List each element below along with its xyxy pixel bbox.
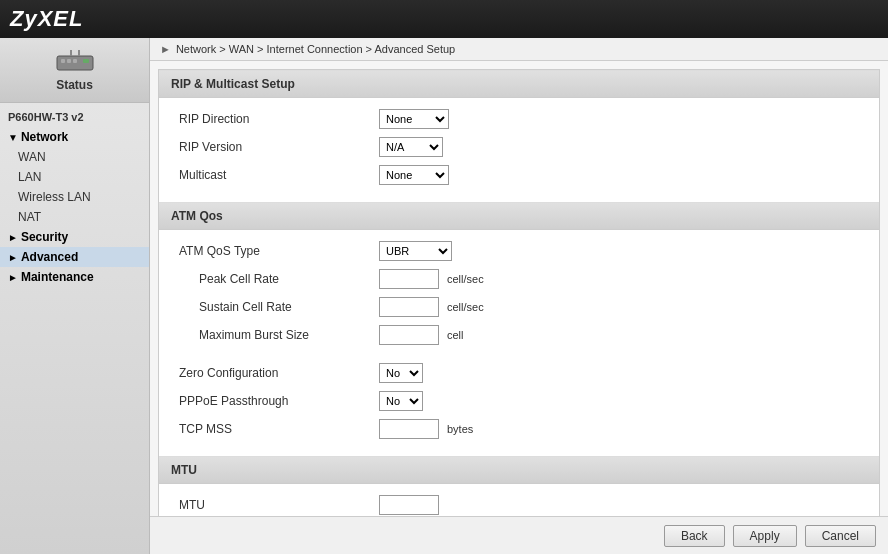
rip-direction-row: RIP Direction None Both In Only Out Only <box>179 108 859 130</box>
sidebar-item-lan[interactable]: LAN <box>0 167 149 187</box>
device-label: P660HW-T3 v2 <box>0 103 149 127</box>
breadcrumb-path: Network > WAN > Internet Connection > Ad… <box>176 43 455 55</box>
sidebar-item-advanced[interactable]: ► Advanced <box>0 247 149 267</box>
multicast-row: Multicast None IGMP-v1 IGMP-v2 <box>179 164 859 186</box>
rip-direction-label: RIP Direction <box>179 112 379 126</box>
main-content: RIP & Multicast Setup RIP Direction None… <box>150 61 888 554</box>
sidebar-item-maintenance[interactable]: ► Maintenance <box>0 267 149 287</box>
button-bar: Back Apply Cancel <box>150 516 888 554</box>
rip-multicast-header: RIP & Multicast Setup <box>159 70 879 98</box>
breadcrumb: ► Network > WAN > Internet Connection > … <box>150 38 888 61</box>
rip-direction-select[interactable]: None Both In Only Out Only <box>379 109 449 129</box>
router-icon <box>55 48 95 76</box>
pppoe-passthrough-row: PPPoE Passthrough No Yes <box>179 390 859 412</box>
content-area: RIP & Multicast Setup RIP Direction None… <box>158 69 880 543</box>
atm-qos-type-row: ATM QoS Type UBR CBR VBR-nRT VBR-RT <box>179 240 859 262</box>
main-layout: Status P660HW-T3 v2 ▼ Network WAN LAN Wi… <box>0 38 888 554</box>
pppoe-passthrough-control: No Yes <box>379 391 423 411</box>
multicast-select[interactable]: None IGMP-v1 IGMP-v2 <box>379 165 449 185</box>
peak-cell-rate-row: Peak Cell Rate 0 cell/sec <box>179 268 859 290</box>
cancel-button[interactable]: Cancel <box>805 525 876 547</box>
sidebar-item-security[interactable]: ► Security <box>0 227 149 247</box>
sustain-cell-rate-control: 0 cell/sec <box>379 297 484 317</box>
zero-config-select[interactable]: No Yes <box>379 363 423 383</box>
sidebar-item-nat[interactable]: NAT <box>0 207 149 227</box>
expand-icon-security: ► <box>8 232 18 243</box>
rip-version-control: N/A RIP-1 RIP-2B RIP-2M <box>379 137 443 157</box>
tcp-mss-row: TCP MSS 1452 bytes <box>179 418 859 440</box>
atm-qos-form: ATM QoS Type UBR CBR VBR-nRT VBR-RT Peak… <box>159 230 879 456</box>
max-burst-size-unit: cell <box>447 329 464 341</box>
peak-cell-rate-input[interactable]: 0 <box>379 269 439 289</box>
sidebar-item-network[interactable]: ▼ Network <box>0 127 149 147</box>
max-burst-size-control: 0 cell <box>379 325 464 345</box>
svg-rect-1 <box>61 59 65 63</box>
multicast-label: Multicast <box>179 168 379 182</box>
expand-icon-advanced: ► <box>8 252 18 263</box>
max-burst-size-input[interactable]: 0 <box>379 325 439 345</box>
back-button[interactable]: Back <box>664 525 725 547</box>
sidebar-item-wan[interactable]: WAN <box>0 147 149 167</box>
zero-config-label: Zero Configuration <box>179 366 379 380</box>
zero-config-row: Zero Configuration No Yes <box>179 362 859 384</box>
svg-rect-6 <box>78 50 80 56</box>
svg-rect-3 <box>73 59 77 63</box>
rip-version-select[interactable]: N/A RIP-1 RIP-2B RIP-2M <box>379 137 443 157</box>
pppoe-passthrough-select[interactable]: No Yes <box>379 391 423 411</box>
status-label[interactable]: Status <box>56 78 93 92</box>
svg-rect-5 <box>70 50 72 56</box>
peak-cell-rate-control: 0 cell/sec <box>379 269 484 289</box>
mtu-row: MTU 1492 <box>179 494 859 516</box>
peak-cell-rate-label: Peak Cell Rate <box>179 272 379 286</box>
atm-qos-type-select[interactable]: UBR CBR VBR-nRT VBR-RT <box>379 241 452 261</box>
rip-version-label: RIP Version <box>179 140 379 154</box>
multicast-control: None IGMP-v1 IGMP-v2 <box>379 165 449 185</box>
mtu-control: 1492 <box>379 495 439 515</box>
atm-qos-header: ATM Qos <box>159 202 879 230</box>
tcp-mss-control: 1452 bytes <box>379 419 473 439</box>
mtu-input[interactable]: 1492 <box>379 495 439 515</box>
rip-version-row: RIP Version N/A RIP-1 RIP-2B RIP-2M <box>179 136 859 158</box>
svg-rect-4 <box>83 59 89 63</box>
sustain-cell-rate-unit: cell/sec <box>447 301 484 313</box>
mtu-header: MTU <box>159 456 879 484</box>
tcp-mss-label: TCP MSS <box>179 422 379 436</box>
pppoe-passthrough-label: PPPoE Passthrough <box>179 394 379 408</box>
apply-button[interactable]: Apply <box>733 525 797 547</box>
sustain-cell-rate-label: Sustain Cell Rate <box>179 300 379 314</box>
expand-icon: ▼ <box>8 132 18 143</box>
tcp-mss-input[interactable]: 1452 <box>379 419 439 439</box>
zyxel-logo: ZyXEL <box>10 6 83 32</box>
breadcrumb-arrow: ► <box>160 43 171 55</box>
sidebar-item-wireless-lan[interactable]: Wireless LAN <box>0 187 149 207</box>
sidebar: Status P660HW-T3 v2 ▼ Network WAN LAN Wi… <box>0 38 150 554</box>
header: ZyXEL <box>0 0 888 38</box>
mtu-label: MTU <box>179 498 379 512</box>
atm-qos-type-label: ATM QoS Type <box>179 244 379 258</box>
sustain-cell-rate-row: Sustain Cell Rate 0 cell/sec <box>179 296 859 318</box>
rip-direction-control: None Both In Only Out Only <box>379 109 449 129</box>
max-burst-size-row: Maximum Burst Size 0 cell <box>179 324 859 346</box>
sustain-cell-rate-input[interactable]: 0 <box>379 297 439 317</box>
atm-qos-type-control: UBR CBR VBR-nRT VBR-RT <box>379 241 452 261</box>
status-area: Status <box>0 38 149 103</box>
rip-multicast-form: RIP Direction None Both In Only Out Only… <box>159 98 879 202</box>
expand-icon-maintenance: ► <box>8 272 18 283</box>
zero-config-control: No Yes <box>379 363 423 383</box>
svg-rect-2 <box>67 59 71 63</box>
tcp-mss-unit: bytes <box>447 423 473 435</box>
max-burst-size-label: Maximum Burst Size <box>179 328 379 342</box>
peak-cell-rate-unit: cell/sec <box>447 273 484 285</box>
